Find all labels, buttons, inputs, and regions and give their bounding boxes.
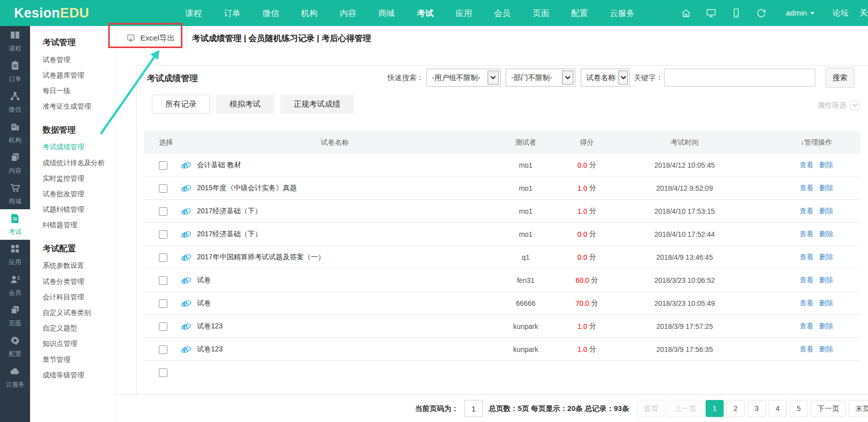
- submenu-item-2-2[interactable]: 会计科目管理: [43, 289, 115, 305]
- topnav-item-6[interactable]: 考试: [406, 0, 445, 26]
- forum-link[interactable]: 论坛: [832, 8, 848, 19]
- keyword-input[interactable]: [664, 69, 815, 87]
- view-link[interactable]: 查看: [800, 322, 814, 331]
- submenu-item-1-1[interactable]: 成绩统计排名及分析: [43, 155, 115, 171]
- mobile-icon[interactable]: [731, 8, 742, 19]
- submenu-item-0-2[interactable]: 每日一练: [43, 83, 115, 99]
- submenu-item-1-0[interactable]: 考试成绩管理: [43, 140, 115, 155]
- sidebar-item-7[interactable]: 应用: [0, 240, 30, 270]
- topnav-item-4[interactable]: 内容: [329, 0, 367, 26]
- submenu-item-0-0[interactable]: 试卷管理: [43, 52, 115, 68]
- view-link[interactable]: 查看: [800, 184, 814, 193]
- attribute-filter-toggle[interactable]: 属性筛选: [817, 101, 859, 110]
- topnav-item-8[interactable]: 会员: [483, 0, 522, 26]
- sidebar-item-2[interactable]: 微信: [0, 87, 30, 118]
- exam-time: 2018/4/12 9:52:09: [657, 184, 713, 192]
- sidebar-item-4[interactable]: 内容: [0, 148, 30, 179]
- tab-2[interactable]: 正规考试成绩: [280, 95, 354, 114]
- delete-link[interactable]: 删除: [819, 184, 833, 193]
- view-link[interactable]: 查看: [800, 299, 814, 308]
- sidebar-item-1[interactable]: 订单: [0, 57, 30, 87]
- row-checkbox[interactable]: [159, 253, 167, 262]
- usergroup-select[interactable]: -用户组不限制-: [426, 69, 501, 87]
- submenu-item-2-0[interactable]: 系统参数设置: [43, 258, 115, 274]
- delete-link[interactable]: 删除: [819, 207, 833, 216]
- row-checkbox[interactable]: [159, 322, 167, 331]
- delete-link[interactable]: 删除: [819, 230, 833, 239]
- view-link[interactable]: 查看: [800, 276, 814, 285]
- topnav-item-cut[interactable]: 关: [859, 8, 867, 19]
- view-link[interactable]: 查看: [800, 253, 814, 262]
- department-select[interactable]: -部门不限制-: [506, 69, 575, 87]
- topnav-item-0[interactable]: 课程: [174, 0, 213, 26]
- sidebar-item-3[interactable]: 机构: [0, 118, 30, 148]
- page-button-3[interactable]: 3: [748, 400, 766, 417]
- page-button-1[interactable]: 1: [706, 400, 724, 417]
- sidebar-item-11[interactable]: 云服务: [0, 362, 30, 392]
- delete-link[interactable]: 删除: [819, 322, 833, 331]
- row-checkbox[interactable]: [159, 276, 167, 285]
- topnav-item-1[interactable]: 订单: [213, 0, 252, 26]
- search-button[interactable]: 搜索: [825, 68, 854, 88]
- refresh-icon[interactable]: [756, 8, 767, 19]
- table-row: e试卷6666670.0分2018/3/23 10:05:49查看删除: [144, 292, 860, 315]
- view-link[interactable]: 查看: [800, 207, 814, 216]
- submenu-item-2-4[interactable]: 自定义题型: [43, 321, 115, 336]
- sidebar-item-5[interactable]: 商城: [0, 179, 30, 209]
- sidebar-item-6[interactable]: 考试: [0, 209, 30, 240]
- submenu-item-1-5[interactable]: 纠错题管理: [43, 218, 115, 233]
- topnav-item-5[interactable]: 商城: [367, 0, 406, 26]
- row-checkbox[interactable]: [159, 207, 167, 216]
- submenu-item-1-3[interactable]: 试卷批改管理: [43, 186, 115, 202]
- admin-user-menu[interactable]: admin: [786, 9, 814, 18]
- submenu-item-1-2[interactable]: 实时监控管理: [43, 171, 115, 186]
- sidebar-item-9[interactable]: 页面: [0, 301, 30, 331]
- home-icon[interactable]: [681, 8, 692, 19]
- submenu-item-2-3[interactable]: 自定义试卷类别: [43, 305, 115, 320]
- search-field-select[interactable]: 试卷名称: [581, 69, 630, 87]
- sidebar-item-8[interactable]: 会员: [0, 270, 30, 301]
- topnav-item-7[interactable]: 应用: [445, 0, 483, 26]
- topnav-item-9[interactable]: 页面: [522, 0, 560, 26]
- page-button-4[interactable]: 4: [769, 400, 787, 417]
- row-checkbox[interactable]: [159, 299, 167, 308]
- delete-link[interactable]: 删除: [819, 345, 833, 354]
- page-button-2[interactable]: 2: [727, 400, 745, 417]
- submenu-item-1-4[interactable]: 试题纠错管理: [43, 202, 115, 218]
- topnav-item-3[interactable]: 机构: [290, 0, 329, 26]
- delete-link[interactable]: 删除: [819, 299, 833, 308]
- excel-export-button[interactable]: Excel导出: [126, 26, 175, 50]
- delete-link[interactable]: 删除: [819, 253, 833, 262]
- topnav-item-11[interactable]: 云服务: [599, 0, 646, 26]
- submenu-item-2-6[interactable]: 章节管理: [43, 352, 115, 367]
- view-link[interactable]: 查看: [800, 345, 814, 354]
- exam-icon-cell: e: [181, 177, 191, 200]
- delete-link[interactable]: 删除: [819, 161, 833, 170]
- delete-link[interactable]: 删除: [819, 276, 833, 285]
- sidebar-item-10[interactable]: 配置: [0, 331, 30, 362]
- view-link[interactable]: 查看: [800, 230, 814, 239]
- tab-1[interactable]: 模拟考试: [216, 95, 274, 114]
- row-checkbox[interactable]: [159, 184, 167, 193]
- submenu-item-2-1[interactable]: 试卷分类管理: [43, 274, 115, 289]
- row-select-cell: [159, 154, 167, 177]
- row-checkbox[interactable]: [159, 230, 167, 239]
- submenu-item-2-5[interactable]: 知识点管理: [43, 336, 115, 352]
- tab-0[interactable]: 所有记录: [152, 95, 210, 114]
- topnav-item-2[interactable]: 微信: [252, 0, 290, 26]
- monitor-icon[interactable]: [706, 8, 717, 19]
- view-link[interactable]: 查看: [800, 161, 814, 170]
- sidebar-item-0[interactable]: 课程: [0, 26, 30, 57]
- topnav-item-10[interactable]: 配置: [560, 0, 599, 26]
- page-button-5[interactable]: 5: [790, 400, 808, 417]
- submenu-item-0-3[interactable]: 准考证生成管理: [43, 99, 115, 115]
- row-checkbox[interactable]: [159, 161, 167, 170]
- current-page-input[interactable]: [465, 400, 483, 417]
- row-checkbox[interactable]: [159, 345, 167, 354]
- page-button-末页[interactable]: 末页: [848, 400, 868, 417]
- row-checkbox[interactable]: [159, 368, 167, 377]
- submenu-item-0-1[interactable]: 试卷题库管理: [43, 68, 115, 83]
- submenu-item-2-7[interactable]: 成绩等级管理: [43, 367, 115, 383]
- score-cell: 1.0分: [577, 177, 596, 200]
- page-button-下一页[interactable]: 下一页: [811, 400, 846, 417]
